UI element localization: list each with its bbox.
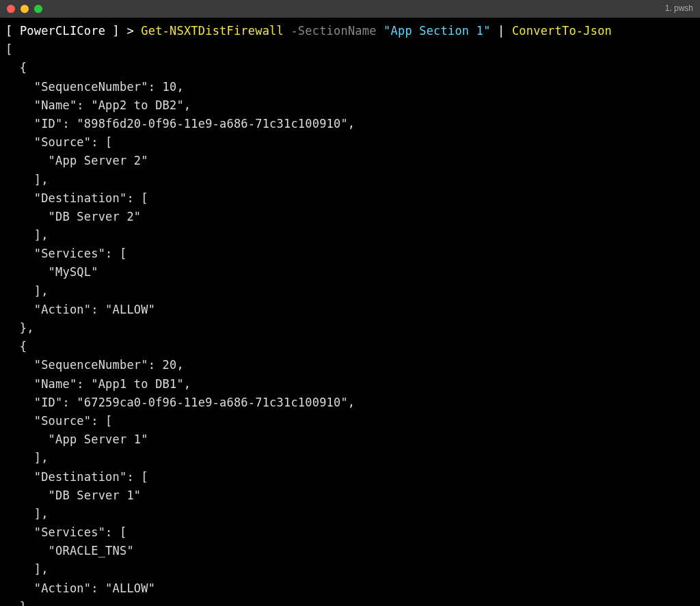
command-convert: ConvertTo-Json [512, 24, 612, 38]
output-line: "Destination": [ [5, 191, 148, 205]
traffic-lights [7, 5, 42, 13]
output-line: "Name": "App1 to DB1", [5, 377, 191, 391]
output-line: "DB Server 1" [5, 488, 141, 502]
close-button[interactable] [7, 5, 15, 13]
output-line: "Destination": [ [5, 470, 148, 484]
output-line: "App Server 2" [5, 154, 148, 167]
terminal-content[interactable]: [ PowerCLICore ] > Get-NSXTDistFirewall … [0, 18, 700, 606]
output-line: ], [5, 451, 49, 465]
command-get: Get-NSXTDistFirewall [141, 24, 291, 38]
prompt-open: [ [5, 24, 20, 38]
output-line: ], [5, 562, 49, 576]
output-line: "ID": "67259ca0-0f96-11e9-a686-71c31c100… [5, 396, 355, 409]
output-line: "App Server 1" [5, 432, 148, 446]
output-line: "ID": "898f6d20-0f96-11e9-a686-71c31c100… [5, 117, 355, 130]
output-line: "Name": "App2 to DB2", [5, 98, 191, 112]
minimize-button[interactable] [21, 5, 29, 13]
output-line: { [5, 61, 27, 74]
output-line: "Source": [ [5, 414, 113, 428]
output-line: [ [5, 42, 12, 56]
pipe: | [491, 24, 512, 38]
output-line: "Action": "ALLOW" [5, 303, 155, 316]
output-line: "ORACLE_TNS" [5, 544, 134, 557]
output-line: ], [5, 228, 49, 242]
prompt-close: ] > [105, 24, 141, 38]
maximize-button[interactable] [34, 5, 42, 13]
output-line: ], [5, 507, 49, 521]
output-line: ], [5, 173, 49, 187]
output-line: ], [5, 284, 49, 298]
window-title: 1. pwsh [665, 2, 693, 15]
output-line: { [5, 340, 27, 353]
window-titlebar: 1. pwsh [0, 0, 700, 18]
output-line: "Action": "ALLOW" [5, 581, 155, 595]
output-line: "SequenceNumber": 20, [5, 358, 184, 372]
output-line: "SequenceNumber": 10, [5, 80, 184, 94]
prompt-context: PowerCLICore [20, 24, 105, 38]
param-value: "App Section 1" [383, 24, 491, 38]
output-line: }, [5, 321, 34, 335]
output-line: "MySQL" [5, 265, 98, 279]
output-line: }, [5, 600, 34, 606]
param-name: -SectionName [291, 24, 383, 38]
output-line: "Source": [ [5, 135, 113, 149]
output-line: "Services": [ [5, 525, 126, 539]
output-line: "Services": [ [5, 247, 126, 260]
output-line: "DB Server 2" [5, 210, 141, 223]
